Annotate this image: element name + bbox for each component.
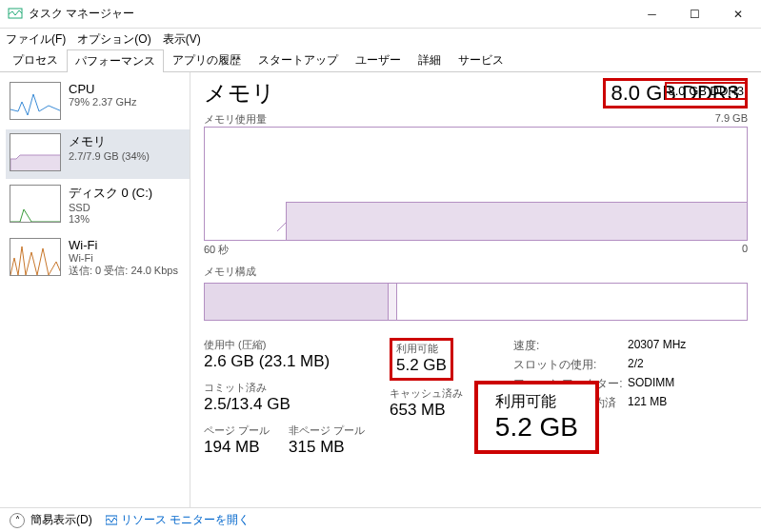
available-value: 5.2 GB	[396, 356, 447, 375]
slots-label: スロットの使用:	[513, 357, 628, 373]
axis-left: 60 秒	[204, 243, 229, 257]
callout-avail-label: 利用可能	[495, 392, 578, 412]
chevron-up-icon[interactable]: ˄	[10, 513, 25, 528]
main-panel: 8.0 GB DDR3 メモリ 8.0 GB DDR3 メモリ使用量7.9 GB…	[190, 72, 761, 507]
cpu-thumb-icon	[10, 82, 61, 120]
menu-file[interactable]: ファイル(F)	[6, 31, 66, 48]
sidebar-item-wifi[interactable]: Wi-FiWi-Fi送信: 0 受信: 24.0 Kbps	[6, 234, 190, 286]
wifi-thumb-icon	[10, 238, 61, 276]
usage-chart-max: 7.9 GB	[715, 112, 748, 127]
maximize-button[interactable]: ☐	[673, 0, 716, 28]
tab-startup[interactable]: スタートアップ	[250, 49, 347, 71]
tab-users[interactable]: ユーザー	[347, 49, 410, 71]
composition-label: メモリ構成	[204, 265, 256, 279]
memory-name: メモリ	[69, 133, 150, 150]
tab-performance[interactable]: パフォーマンス	[67, 49, 164, 72]
tab-details[interactable]: 詳細	[410, 49, 450, 71]
open-resource-monitor-link[interactable]: リソース モニターを開く	[106, 512, 250, 528]
paged-pool-label: ページ プール	[204, 424, 270, 438]
app-icon	[8, 7, 23, 22]
paged-pool-value: 194 MB	[204, 438, 270, 457]
usage-chart-label: メモリ使用量	[204, 112, 267, 127]
page-title: メモリ	[204, 78, 275, 108]
sidebar-item-memory[interactable]: メモリ2.7/7.9 GB (34%)	[6, 129, 190, 179]
cpu-stats: 79% 2.37 GHz	[69, 96, 137, 108]
sidebar-item-cpu[interactable]: CPU79% 2.37 GHz	[6, 78, 190, 128]
memory-usage-chart	[204, 127, 748, 241]
available-callout: 利用可能 5.2 GB	[474, 381, 599, 454]
in-use-value: 2.6 GB (23.1 MB)	[204, 352, 390, 371]
sidebar: CPU79% 2.37 GHz メモリ2.7/7.9 GB (34%) ディスク…	[0, 72, 190, 507]
fewer-details-button[interactable]: 簡易表示(D)	[30, 512, 92, 528]
memory-composition-chart	[204, 283, 748, 321]
disk-thumb-icon	[10, 185, 61, 223]
tab-services[interactable]: サービス	[450, 49, 512, 71]
disk-type: SSD	[69, 202, 152, 213]
window-title: タスク マネージャー	[29, 6, 631, 22]
wifi-stats: 送信: 0 受信: 24.0 Kbps	[69, 264, 178, 278]
resmon-label: リソース モニターを開く	[121, 512, 250, 528]
menu-options[interactable]: オプション(O)	[77, 31, 150, 48]
nonpaged-pool-value: 315 MB	[289, 438, 365, 457]
slots-value: 2/2	[628, 357, 644, 373]
nonpaged-pool-label: 非ページ プール	[289, 424, 365, 438]
wifi-name: Wi-Fi	[69, 238, 178, 252]
menu-view[interactable]: 表示(V)	[163, 31, 201, 48]
form-factor-value: SODIMM	[628, 376, 674, 392]
hw-reserved-value: 121 MB	[628, 395, 667, 427]
memory-stats: 2.7/7.9 GB (34%)	[69, 150, 150, 162]
tab-processes[interactable]: プロセス	[4, 49, 67, 71]
wifi-ssid: Wi-Fi	[69, 252, 178, 264]
speed-value: 20307 MHz	[628, 338, 686, 354]
tab-app-history[interactable]: アプリの履歴	[164, 49, 250, 71]
callout-avail-value: 5.2 GB	[495, 412, 578, 443]
axis-right: 0	[742, 243, 748, 257]
close-button[interactable]: ✕	[716, 0, 759, 28]
cpu-name: CPU	[69, 82, 137, 96]
capacity-callout-small: 8.0 GB DDR3	[665, 82, 748, 100]
in-use-label: 使用中 (圧縮)	[204, 338, 390, 352]
disk-name: ディスク 0 (C:)	[69, 185, 152, 202]
minimize-button[interactable]: ─	[631, 0, 673, 28]
memory-thumb-icon	[10, 133, 61, 171]
speed-label: 速度:	[513, 338, 628, 354]
resmon-icon	[106, 515, 117, 526]
disk-pct: 13%	[69, 213, 152, 225]
commit-label: コミット済み	[204, 381, 390, 395]
sidebar-item-disk[interactable]: ディスク 0 (C:)SSD13%	[6, 181, 190, 232]
commit-value: 2.5/13.4 GB	[204, 395, 390, 414]
available-label: 利用可能	[396, 342, 447, 356]
